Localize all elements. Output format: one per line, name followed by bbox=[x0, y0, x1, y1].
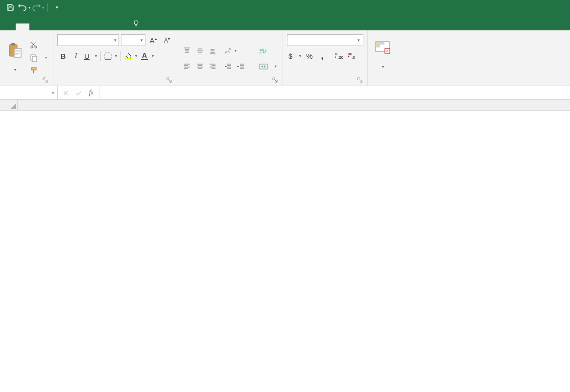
quick-access-toolbar: ▾ ▾ ▾ bbox=[0, 1, 67, 14]
cancel-formula-button[interactable] bbox=[60, 88, 71, 98]
fill-color-button[interactable]: ▾ bbox=[123, 50, 139, 62]
tab-home[interactable] bbox=[16, 23, 29, 30]
group-font-label bbox=[57, 83, 173, 85]
accounting-format-button[interactable]: $▾ bbox=[287, 50, 303, 62]
svg-text:ab: ab bbox=[225, 50, 230, 54]
svg-point-2 bbox=[134, 21, 138, 24]
tab-help[interactable] bbox=[112, 23, 125, 30]
tab-review[interactable] bbox=[84, 23, 98, 30]
group-number-label bbox=[287, 83, 363, 85]
enter-formula-button[interactable] bbox=[72, 88, 84, 98]
align-right-button[interactable] bbox=[207, 61, 218, 72]
tab-page-layout[interactable] bbox=[43, 23, 57, 30]
group-clipboard-label bbox=[4, 83, 49, 85]
formula-input[interactable] bbox=[99, 86, 570, 99]
title-bar: ▾ ▾ ▾ bbox=[0, 0, 570, 15]
undo-button[interactable]: ▾ bbox=[18, 1, 30, 14]
wrap-text-button[interactable]: abc bbox=[257, 45, 279, 57]
decrease-font-button[interactable]: A▾ bbox=[161, 34, 173, 46]
decrease-indent-button[interactable] bbox=[222, 61, 234, 72]
dialog-launcher-icon[interactable] bbox=[356, 77, 363, 84]
format-painter-button[interactable] bbox=[27, 65, 49, 76]
font-size-combo[interactable]: ▾ bbox=[121, 34, 145, 46]
increase-font-button[interactable]: A▴ bbox=[147, 34, 159, 46]
conditional-formatting-button[interactable]: ▾ bbox=[372, 32, 393, 77]
tell-me-search[interactable] bbox=[125, 16, 151, 30]
dialog-launcher-icon[interactable] bbox=[272, 77, 279, 84]
formula-bar: ▾ fx bbox=[0, 86, 570, 100]
svg-rect-10 bbox=[31, 68, 36, 70]
align-bottom-button[interactable] bbox=[207, 45, 218, 57]
svg-text:c: c bbox=[260, 51, 261, 55]
italic-button[interactable]: I bbox=[70, 50, 82, 62]
svg-point-7 bbox=[35, 46, 37, 47]
cut-button[interactable] bbox=[27, 39, 49, 51]
svg-text:.00: .00 bbox=[338, 55, 344, 60]
svg-rect-5 bbox=[14, 48, 21, 57]
increase-decimal-button[interactable]: .0.00 bbox=[333, 50, 345, 62]
merge-icon bbox=[259, 62, 268, 71]
comma-format-button[interactable]: , bbox=[316, 50, 328, 62]
svg-rect-4 bbox=[11, 43, 15, 46]
align-left-button[interactable] bbox=[181, 61, 193, 72]
align-top-button[interactable] bbox=[181, 45, 193, 57]
tab-formulas[interactable] bbox=[57, 23, 71, 30]
dialog-launcher-icon[interactable] bbox=[166, 77, 173, 84]
font-color-icon: A bbox=[141, 51, 148, 60]
svg-rect-23 bbox=[380, 42, 384, 45]
group-font: ▾ ▾ A▴ A▾ B I U▾ ▾ ▾ bbox=[53, 30, 177, 86]
redo-button[interactable]: ▾ bbox=[31, 1, 44, 14]
name-box[interactable]: ▾ bbox=[0, 86, 58, 99]
svg-rect-12 bbox=[125, 58, 131, 60]
tab-data[interactable] bbox=[71, 23, 84, 30]
conditional-formatting-icon bbox=[375, 40, 390, 55]
fx-button[interactable]: fx bbox=[85, 88, 97, 98]
ribbon-tabs bbox=[0, 15, 570, 30]
bold-button[interactable]: B bbox=[57, 50, 69, 62]
font-name-combo[interactable]: ▾ bbox=[57, 34, 119, 46]
group-clipboard: ▾ ▾ bbox=[0, 30, 53, 86]
group-alignment: ab▾ abc ▾ bbox=[177, 30, 283, 86]
underline-button[interactable]: U▾ bbox=[83, 50, 98, 62]
tab-insert[interactable] bbox=[29, 23, 43, 30]
paintbrush-icon bbox=[29, 66, 38, 75]
copy-button[interactable]: ▾ bbox=[27, 52, 49, 64]
font-color-button[interactable]: A▾ bbox=[140, 50, 155, 62]
borders-button[interactable]: ▾ bbox=[103, 50, 119, 62]
save-button[interactable] bbox=[4, 1, 17, 14]
paste-icon bbox=[7, 43, 23, 58]
svg-rect-0 bbox=[9, 4, 11, 6]
spreadsheet-grid bbox=[0, 100, 570, 111]
svg-rect-11 bbox=[105, 53, 111, 59]
align-center-button[interactable] bbox=[194, 61, 206, 72]
copy-icon bbox=[29, 53, 38, 62]
group-number: ▾ $▾ % , .0.00 .00.0 bbox=[283, 30, 368, 86]
lightbulb-icon bbox=[132, 19, 140, 27]
tab-file[interactable] bbox=[2, 23, 16, 30]
increase-indent-button[interactable] bbox=[235, 61, 247, 72]
ribbon: ▾ ▾ bbox=[0, 30, 570, 86]
dialog-launcher-icon[interactable] bbox=[42, 77, 49, 84]
paste-button[interactable]: ▾ bbox=[4, 32, 25, 83]
scissors-icon bbox=[29, 41, 38, 49]
bucket-icon bbox=[124, 52, 132, 60]
svg-rect-9 bbox=[32, 56, 37, 62]
svg-rect-1 bbox=[8, 8, 12, 10]
group-styles: ▾ bbox=[368, 30, 397, 86]
group-alignment-label bbox=[181, 83, 279, 85]
svg-rect-24 bbox=[376, 45, 380, 47]
align-middle-button[interactable] bbox=[194, 45, 206, 57]
border-icon bbox=[104, 52, 112, 60]
tab-view[interactable] bbox=[98, 23, 112, 30]
svg-rect-16 bbox=[260, 64, 267, 69]
select-all-corner[interactable] bbox=[0, 100, 18, 110]
customize-qat-button[interactable]: ▾ bbox=[50, 1, 63, 14]
svg-point-6 bbox=[31, 46, 33, 47]
decrease-decimal-button[interactable]: .00.0 bbox=[346, 50, 357, 62]
merge-center-button[interactable]: ▾ bbox=[257, 61, 279, 72]
percent-format-button[interactable]: % bbox=[304, 50, 315, 62]
svg-text:.0: .0 bbox=[352, 55, 355, 60]
orientation-button[interactable]: ab▾ bbox=[222, 45, 238, 57]
svg-rect-22 bbox=[376, 42, 380, 45]
number-format-combo[interactable]: ▾ bbox=[287, 34, 363, 46]
